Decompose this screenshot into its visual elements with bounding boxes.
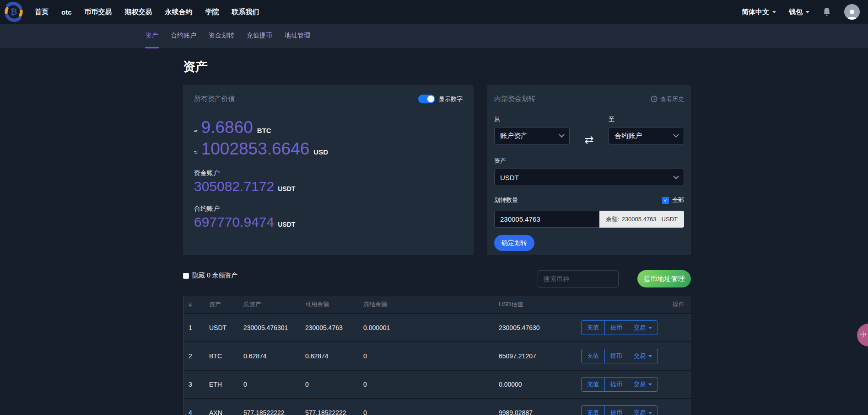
table-row: 3ETH0000.00000充值提币交易 [184, 371, 691, 399]
confirm-transfer-button[interactable]: 确定划转 [494, 235, 534, 251]
main-content: 资产 所有资产价值 显示数字 ≈ 9.6860 BTC [183, 59, 691, 415]
show-numbers-toggle[interactable] [418, 95, 435, 103]
view-history-link[interactable]: 查看历史 [651, 95, 684, 103]
withdraw-button[interactable]: 提币 [604, 406, 628, 415]
brand-logo-icon[interactable]: ₿ [4, 2, 24, 22]
deposit-button[interactable]: 充值 [582, 378, 604, 391]
to-account-select[interactable]: 合约账户 [609, 127, 684, 144]
trade-dropdown-button[interactable]: 交易 [628, 349, 658, 363]
tab-deposit-withdraw[interactable]: 充值提币 [246, 24, 273, 48]
asset-name: BTC [209, 352, 243, 360]
usd-unit-label: USD [313, 148, 328, 156]
trade-dropdown-button[interactable]: 交易 [628, 321, 658, 335]
chevron-down-icon [673, 132, 679, 138]
wallet-dropdown[interactable]: 钱包 [789, 8, 809, 16]
caret-down-icon [648, 355, 652, 357]
asset-table: # 资产 总资产 可用余额 冻结余额 USD估值 操作 1USDT230005.… [183, 296, 691, 415]
deposit-button[interactable]: 充值 [582, 321, 604, 335]
total-usd-line: ≈ 1002853.6646 USD [194, 139, 463, 159]
approx-symbol: ≈ [194, 149, 198, 156]
row-index: 2 [189, 352, 209, 360]
trade-dropdown-button[interactable]: 交易 [628, 406, 658, 415]
usd-value: 230005.47630 [499, 324, 581, 331]
nav-item-spot-trade[interactable]: 币币交易 [85, 8, 112, 16]
from-label: 从 [494, 115, 570, 123]
language-dropdown[interactable]: 简体中文 [742, 8, 776, 16]
total-balance: 0 [243, 381, 305, 388]
asset-table-body: 1USDT230005.476301230005.47630.000001230… [184, 314, 691, 415]
asset-name: ETH [209, 381, 243, 388]
trade-dropdown-button[interactable]: 交易 [628, 378, 658, 391]
tab-contract-account[interactable]: 合约账户 [170, 24, 197, 48]
user-avatar[interactable] [844, 4, 860, 20]
hide-zero-label: 隐藏 0 余额资产 [192, 271, 238, 280]
transfer-amount-input[interactable] [494, 211, 599, 228]
clock-icon [651, 96, 658, 102]
usd-value: 9989.02887 [499, 409, 581, 415]
main-menu: 首页 otc 币币交易 期权交易 永续合约 学院 联系我们 [35, 8, 259, 16]
svg-text:₿: ₿ [11, 7, 17, 16]
header-asset: 资产 [209, 300, 243, 309]
row-index: 4 [189, 409, 209, 415]
btc-unit-label: BTC [257, 127, 271, 134]
header-frozen: 冻结余额 [363, 300, 499, 309]
internal-transfer-card: 内部资金划转 查看历史 从 至 账户资产 [487, 85, 691, 255]
row-actions: 充值提币交易 [581, 320, 658, 335]
asset-select-label: 资产 [494, 157, 506, 164]
nav-item-contact[interactable]: 联系我们 [232, 8, 259, 16]
balance-unit: USDT [662, 216, 678, 223]
balance-addon: 余额: 230005.4763 USDT [599, 211, 684, 228]
asset-name: USDT [209, 324, 243, 331]
person-icon [846, 8, 858, 20]
total-btc-value: 9.6860 [201, 118, 253, 137]
floating-service-button[interactable]: 中 [857, 324, 868, 346]
page-title: 资产 [183, 59, 691, 75]
transfer-all-checkbox[interactable]: ✓ 全部 [662, 196, 684, 204]
withdraw-address-button[interactable]: 提币地址管理 [637, 270, 691, 287]
view-history-label: 查看历史 [660, 95, 684, 103]
deposit-button[interactable]: 充值 [582, 406, 604, 415]
floating-service-label: 中 [860, 331, 867, 339]
to-account-value: 合约账户 [615, 132, 642, 140]
wallet-label: 钱包 [789, 8, 803, 16]
nav-item-perpetual[interactable]: 永续合约 [165, 8, 193, 16]
row-index: 3 [189, 381, 209, 388]
funding-account-label: 资金账户 [194, 169, 463, 177]
nav-item-otc[interactable]: otc [61, 8, 72, 16]
tab-fund-transfer[interactable]: 资金划转 [208, 24, 235, 48]
usdt-unit-label: USDT [278, 221, 295, 228]
search-coin-input[interactable] [538, 270, 619, 287]
hide-zero-checkbox[interactable]: 隐藏 0 余额资产 [183, 271, 238, 280]
tab-assets[interactable]: 资产 [145, 24, 159, 48]
total-balance: 230005.476301 [243, 324, 305, 331]
table-header-row: # 资产 总资产 可用余额 冻结余额 USD估值 操作 [184, 296, 691, 314]
swap-direction-button[interactable]: ⇄ [570, 123, 609, 146]
available-balance: 0.62874 [305, 352, 363, 360]
asset-select[interactable]: USDT [494, 169, 684, 186]
frozen-balance: 0 [363, 352, 499, 360]
withdraw-button[interactable]: 提币 [604, 349, 628, 363]
toggle-knob [427, 96, 434, 102]
caret-down-icon [806, 11, 809, 13]
tab-address-management[interactable]: 地址管理 [284, 24, 311, 48]
language-label: 简体中文 [742, 8, 769, 16]
nav-item-home[interactable]: 首页 [35, 8, 49, 16]
nav-item-academy[interactable]: 学院 [205, 8, 219, 16]
contract-account-value: 697770.9474 [194, 214, 274, 230]
table-row: 1USDT230005.476301230005.47630.000001230… [184, 314, 691, 342]
header-index: # [189, 301, 209, 308]
notification-bell-icon[interactable] [822, 7, 831, 17]
withdraw-button[interactable]: 提币 [604, 321, 628, 335]
total-balance: 0.62874 [243, 352, 305, 360]
balance-prefix: 余额: [606, 215, 620, 223]
chevron-down-icon [559, 132, 565, 138]
row-index: 1 [189, 324, 209, 331]
show-numbers-label: 显示数字 [439, 95, 463, 103]
top-navbar: ₿ 首页 otc 币币交易 期权交易 永续合约 学院 联系我们 简体中文 钱包 [0, 0, 868, 24]
from-account-select[interactable]: 账户资产 [494, 127, 570, 144]
header-available: 可用余额 [305, 300, 363, 309]
withdraw-button[interactable]: 提币 [604, 378, 628, 391]
nav-item-options-trade[interactable]: 期权交易 [125, 8, 152, 16]
deposit-button[interactable]: 充值 [582, 349, 604, 363]
caret-down-icon [772, 11, 776, 13]
